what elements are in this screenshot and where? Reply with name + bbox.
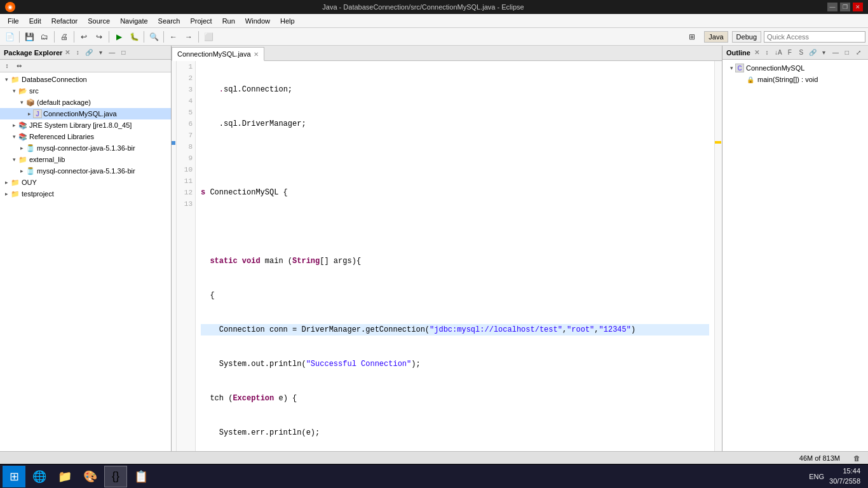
- code-line-1: .sql.Connection;: [201, 84, 709, 95]
- menu-search[interactable]: Search: [153, 16, 186, 26]
- java-perspective-button[interactable]: Java: [704, 31, 728, 43]
- tree-item-testproject[interactable]: ▸ 📁 testproject: [0, 188, 171, 200]
- taskbar-lang: ENG: [809, 473, 824, 480]
- menu-refactor[interactable]: Refactor: [46, 16, 83, 26]
- outline-fields-button[interactable]: F: [785, 48, 795, 57]
- tree-item-jre[interactable]: ▸ 📚 JRE System Library [jre1.8.0_45]: [0, 119, 171, 131]
- outline-collapse-button[interactable]: ↕: [762, 48, 772, 57]
- ouy-project-icon: 📁: [10, 177, 20, 187]
- undo-button[interactable]: ↩: [77, 30, 91, 44]
- outline-view-menu[interactable]: ▾: [819, 48, 829, 57]
- package-explorer-tree: ▾ 📁 DatabaseConnection ▾ 📂 src ▾ 📦 (defa…: [0, 72, 171, 464]
- code-line-2: .sql.DriverManager;: [201, 118, 709, 130]
- new-button[interactable]: 📄: [3, 30, 17, 44]
- code-line-9: System.out.println("Successful Connectio…: [201, 358, 709, 370]
- tree-item-reflibs[interactable]: ▾ 📚 Referenced Libraries: [0, 131, 171, 142]
- run-button[interactable]: ▶: [112, 30, 126, 44]
- menu-navigate[interactable]: Navigate: [115, 16, 153, 26]
- menu-help[interactable]: Help: [275, 16, 300, 26]
- code-line-6: static void main (String[] args){: [201, 255, 709, 267]
- back-button[interactable]: ←: [166, 30, 180, 44]
- menu-edit[interactable]: Edit: [24, 16, 46, 26]
- code-editor[interactable]: .sql.Connection; .sql.DriverManager; s C…: [196, 61, 714, 456]
- toolbar-sep-1: [19, 31, 20, 43]
- quick-access-input[interactable]: [764, 31, 865, 43]
- menu-file[interactable]: File: [3, 16, 24, 26]
- close-tab-icon[interactable]: ✕: [254, 51, 259, 58]
- collapse-all-button[interactable]: ↕: [72, 48, 83, 57]
- package-explorer-panel: Package Explorer ✕ ↕ 🔗 ▾ — □ ↕ ⇔ ▾ 📁 Dat…: [0, 46, 172, 464]
- print-button[interactable]: 🖨: [57, 30, 71, 44]
- outline-link-button[interactable]: 🔗: [808, 48, 818, 57]
- label-reflibs: Referenced Libraries: [29, 133, 94, 140]
- label-mysql2: mysql-connector-java-5.1.36-bir: [37, 167, 135, 175]
- taskbar-explorer-icon[interactable]: 📁: [53, 466, 76, 487]
- redo-button[interactable]: ↪: [92, 30, 106, 44]
- eclipse-icon: ◉: [5, 2, 15, 12]
- arrow-testproject: ▸: [3, 191, 10, 197]
- minimize-panel-button[interactable]: —: [107, 48, 117, 57]
- main-area: Package Explorer ✕ ↕ 🔗 ▾ — □ ↕ ⇔ ▾ 📁 Dat…: [0, 46, 868, 464]
- debug-run-button[interactable]: 🐛: [127, 30, 141, 44]
- start-button[interactable]: ⊞: [3, 466, 25, 487]
- outline-item-main[interactable]: 🔒 main(String[]) : void: [725, 74, 865, 85]
- outline-close-icon[interactable]: ✕: [754, 49, 759, 56]
- debug-perspective-button[interactable]: Debug: [732, 31, 761, 43]
- menu-window[interactable]: Window: [240, 16, 275, 26]
- outline-arrow-class: ▾: [728, 65, 735, 71]
- save-button[interactable]: 💾: [22, 30, 36, 44]
- outline-expand[interactable]: ⤢: [853, 48, 864, 57]
- tree-item-src[interactable]: ▾ 📂 src: [0, 85, 171, 97]
- view-menu-button[interactable]: ▾: [95, 48, 105, 57]
- line-numbers: 12345 678910 111213: [177, 61, 196, 456]
- perspective-button[interactable]: ⊞: [685, 30, 699, 44]
- editor-tab-connectionmysql[interactable]: ConnectionMySQL.java ✕: [172, 47, 264, 61]
- label-connectionmysql: ConnectionMySQL.java: [43, 110, 117, 118]
- package-explorer-close-icon[interactable]: ✕: [65, 49, 70, 56]
- taskbar-right: ENG 15:44 30/7/2558: [809, 466, 865, 486]
- tree-item-ouy[interactable]: ▸ 📁 OUY: [0, 177, 171, 188]
- taskbar-ie-icon[interactable]: 🌐: [28, 466, 51, 487]
- maximize-button[interactable]: ❐: [840, 3, 850, 11]
- save-all-button[interactable]: 🗂: [37, 30, 51, 44]
- arrow-src: ▾: [10, 88, 18, 94]
- package-icon: 📦: [25, 97, 36, 107]
- taskbar-eclipse-icon[interactable]: {}: [104, 466, 127, 487]
- outline-item-connectionmysql[interactable]: ▾ C ConnectionMySQL: [725, 62, 865, 74]
- tree-item-mysql-connector-2[interactable]: ▸ 🫙 mysql-connector-java-5.1.36-bir: [0, 165, 171, 177]
- editor-content[interactable]: 12345 678910 111213 .sql.Connection; .sq…: [172, 61, 722, 456]
- editor-right-gutter: [714, 61, 722, 456]
- tree-item-connectionmysql[interactable]: ▸ J ConnectionMySQL.java: [0, 108, 171, 119]
- outline-sort-button[interactable]: ↓A: [773, 48, 783, 57]
- maximize-view-button[interactable]: ⬜: [201, 30, 215, 44]
- menu-run[interactable]: Run: [217, 16, 240, 26]
- tree-item-databaseconnection[interactable]: ▾ 📁 DatabaseConnection: [0, 74, 171, 85]
- link-editor-button[interactable]: 🔗: [84, 48, 94, 57]
- taskbar-time: 15:44: [829, 466, 860, 476]
- outline-tree: ▾ C ConnectionMySQL 🔒 main(String[]) : v…: [722, 60, 868, 464]
- search-button[interactable]: 🔍: [147, 30, 161, 44]
- forward-button[interactable]: →: [182, 30, 196, 44]
- outline-minimize[interactable]: —: [831, 48, 841, 57]
- link-with-editor-button[interactable]: ⇔: [13, 60, 25, 72]
- maximize-panel-button[interactable]: □: [118, 48, 128, 57]
- menu-bar: File Edit Refactor Source Navigate Searc…: [0, 14, 868, 28]
- menu-source[interactable]: Source: [83, 16, 115, 26]
- menu-project[interactable]: Project: [185, 16, 217, 26]
- tree-item-externallib[interactable]: ▾ 📁 external_lib: [0, 154, 171, 165]
- package-explorer-title: Package Explorer: [4, 49, 62, 57]
- minimize-button[interactable]: —: [827, 3, 837, 11]
- taskbar-extra-icon-1[interactable]: 📋: [130, 466, 153, 487]
- taskbar-media-icon[interactable]: 🎨: [79, 466, 102, 487]
- label-jre: JRE System Library [jre1.8.0_45]: [29, 121, 132, 129]
- jar-icon-2: 🫙: [25, 166, 36, 176]
- tree-item-mysql-connector-1[interactable]: ▸ 🫙 mysql-connector-java-5.1.36-bir: [0, 142, 171, 154]
- outline-maximize[interactable]: □: [842, 48, 852, 57]
- arrow-databaseconnection: ▾: [3, 76, 10, 83]
- collapse-all-tb-button[interactable]: ↕: [1, 60, 13, 72]
- tree-item-defaultpackage[interactable]: ▾ 📦 (default package): [0, 97, 171, 108]
- code-line-10: tch (Exception e) {: [201, 393, 709, 404]
- outline-static-button[interactable]: S: [796, 48, 806, 57]
- close-button[interactable]: ✕: [853, 3, 863, 11]
- gc-button[interactable]: 🗑: [850, 452, 863, 464]
